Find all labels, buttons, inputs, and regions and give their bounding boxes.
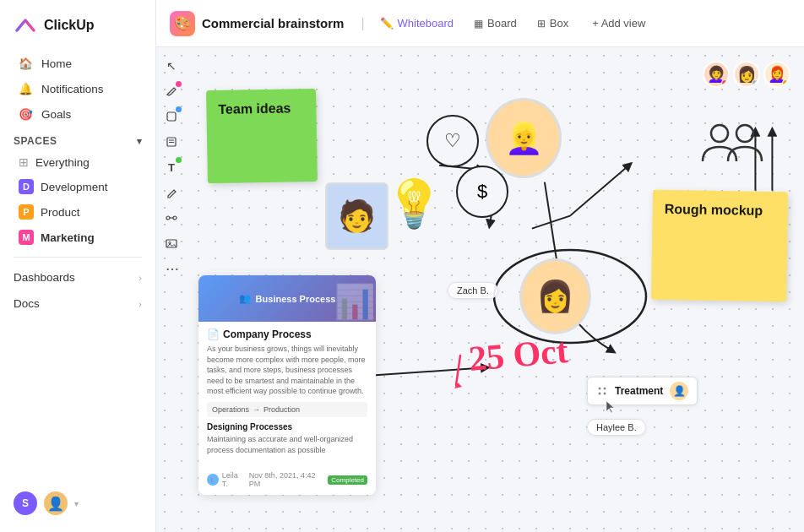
svg-line-12 bbox=[456, 356, 460, 385]
space-label: Everything bbox=[35, 156, 90, 169]
note-tool[interactable] bbox=[160, 130, 183, 154]
user-photo: 👤 bbox=[44, 491, 68, 515]
sticky-note-yellow[interactable]: Rough mockup bbox=[651, 190, 788, 302]
status-dot-1 bbox=[721, 79, 728, 86]
profile-photo-brunette: 👩 bbox=[519, 258, 591, 334]
svg-point-13 bbox=[599, 388, 601, 390]
project-icon: 🎨 bbox=[170, 11, 195, 36]
sidebar-item-docs[interactable]: Docs › bbox=[0, 290, 155, 317]
blond-face: 👱‍♀️ bbox=[488, 100, 559, 176]
add-view-label: + Add view bbox=[592, 17, 645, 30]
everything-icon: ⊞ bbox=[19, 155, 29, 169]
sidebar-item-goals[interactable]: 🎯 Goals bbox=[5, 101, 150, 127]
profile-photo-man: 🧑 bbox=[325, 182, 388, 250]
sidebar-item-everything[interactable]: ⊞ Everything bbox=[5, 150, 150, 174]
tab-box[interactable]: ⊞ Box bbox=[529, 13, 577, 34]
doc-card-flow: Operations → Production bbox=[207, 402, 367, 417]
treatment-card[interactable]: Treatment 👤 bbox=[587, 377, 698, 405]
marketing-badge: M bbox=[19, 230, 34, 245]
document-card[interactable]: 👥Business Process 📊 📄 Company Process As… bbox=[198, 275, 376, 495]
doc-card-title: 📄 Company Process bbox=[207, 328, 367, 340]
add-view-button[interactable]: + Add view bbox=[584, 13, 654, 34]
svg-rect-0 bbox=[167, 112, 176, 121]
svg-point-10 bbox=[711, 125, 728, 142]
bell-icon: 🔔 bbox=[19, 82, 33, 95]
development-badge: D bbox=[19, 179, 34, 194]
sticky-green-text: Team ideas bbox=[218, 100, 291, 116]
svg-point-8 bbox=[169, 242, 171, 243]
whiteboard-tab-label: Whiteboard bbox=[398, 17, 454, 30]
board-tab-label: Board bbox=[487, 17, 517, 30]
doc-card-subtitle: Designing Processes bbox=[207, 422, 367, 432]
docs-label: Docs bbox=[14, 297, 40, 310]
app-name: ClickUp bbox=[44, 18, 95, 33]
sticky-note-green[interactable]: Team ideas bbox=[206, 89, 318, 183]
box-tab-icon: ⊞ bbox=[537, 18, 546, 30]
sidebar-item-notifications[interactable]: 🔔 Notifications bbox=[5, 76, 150, 101]
sidebar-item-marketing[interactable]: M Marketing bbox=[5, 225, 150, 250]
shape-tool[interactable] bbox=[160, 105, 183, 128]
collaborator-avatars: 👩‍🦱 👩 👩‍🦰 bbox=[703, 61, 790, 88]
doc-status-badge: Completed bbox=[328, 475, 367, 485]
doc-card-user: L Leila T. Nov 8th, 2021, 4:42 PM bbox=[207, 471, 328, 488]
tab-board[interactable]: ▦ Board bbox=[465, 13, 525, 34]
svg-point-11 bbox=[736, 125, 753, 142]
sidebar-item-label: Home bbox=[41, 57, 72, 70]
eraser-tool[interactable] bbox=[160, 181, 183, 204]
user-profile-row[interactable]: S 👤 ▾ bbox=[0, 485, 155, 522]
user-avatar: S bbox=[14, 491, 37, 515]
header-divider: | bbox=[361, 16, 364, 31]
clickup-logo-icon bbox=[14, 14, 37, 37]
whiteboard-tab-icon: ✏️ bbox=[380, 17, 394, 30]
image-tool[interactable] bbox=[160, 231, 183, 255]
doc-card-footer: L Leila T. Nov 8th, 2021, 4:42 PM Comple… bbox=[198, 467, 376, 495]
avatar-2: 👩 bbox=[733, 61, 760, 88]
sidebar-item-dashboards[interactable]: Dashboards › bbox=[0, 264, 155, 290]
project-name: Commercial brainstorm bbox=[202, 16, 344, 30]
cursor-tool[interactable]: ↖ bbox=[160, 54, 183, 78]
connect-tool[interactable] bbox=[160, 206, 183, 230]
doc-card-body: 📄 Company Process As your business grows… bbox=[198, 322, 376, 467]
lightbulb-sketch: 💡 bbox=[384, 166, 443, 242]
tab-whiteboard[interactable]: ✏️ Whiteboard bbox=[372, 13, 462, 34]
avatar-3: 👩‍🦰 bbox=[763, 61, 790, 88]
sidebar-item-product[interactable]: P Product bbox=[5, 199, 150, 225]
more-tools[interactable]: ⋯ bbox=[160, 257, 183, 280]
svg-point-15 bbox=[599, 393, 601, 395]
people-icons bbox=[698, 115, 766, 182]
header: 🎨 Commercial brainstorm | ✏️ Whiteboard … bbox=[156, 0, 804, 47]
chevron-right-icon: › bbox=[139, 299, 142, 309]
chevron-right-icon: › bbox=[139, 273, 142, 283]
treatment-label-text: Treatment bbox=[615, 385, 663, 397]
sidebar-item-home[interactable]: 🏠 Home bbox=[5, 51, 150, 76]
doc-card-header-image: 👥Business Process 📊 bbox=[198, 275, 376, 322]
dashboards-label: Dashboards bbox=[14, 271, 75, 284]
space-label: Product bbox=[41, 206, 80, 219]
dollar-circle: $ bbox=[456, 166, 508, 218]
svg-point-4 bbox=[166, 216, 170, 220]
brunette-face: 👩 bbox=[522, 261, 589, 332]
sidebar-item-development[interactable]: D Development bbox=[5, 174, 150, 199]
haylee-label: Haylee B. bbox=[587, 419, 646, 436]
whiteboard-canvas: ↖ T ⋯ bbox=[156, 47, 804, 532]
sidebar-item-label: Notifications bbox=[41, 83, 104, 95]
main-content: 🎨 Commercial brainstorm | ✏️ Whiteboard … bbox=[156, 0, 804, 532]
heart-circle: ♡ bbox=[426, 115, 479, 167]
space-label: Marketing bbox=[41, 231, 95, 244]
goals-icon: 🎯 bbox=[19, 107, 33, 121]
box-tab-label: Box bbox=[550, 17, 568, 30]
profile-photo-blond: 👱‍♀️ bbox=[486, 98, 562, 178]
date-annotation: 25 Oct bbox=[467, 330, 570, 379]
chevron-down-icon: ▾ bbox=[74, 499, 79, 508]
doc-card-subtext: Maintaining as accurate and well-organiz… bbox=[207, 434, 367, 455]
pen-tool[interactable] bbox=[160, 79, 183, 103]
avatar-1: 👩‍🦱 bbox=[703, 61, 730, 88]
spaces-section-header: Spaces ▾ bbox=[0, 127, 155, 150]
sticky-yellow-text: Rough mockup bbox=[665, 202, 763, 218]
space-label: Development bbox=[41, 181, 108, 193]
svg-point-16 bbox=[604, 393, 606, 395]
zach-label: Zach B. bbox=[448, 282, 498, 299]
chevron-icon: ▾ bbox=[137, 136, 143, 147]
text-tool[interactable]: T bbox=[160, 155, 183, 179]
man-face: 🧑 bbox=[327, 184, 387, 248]
